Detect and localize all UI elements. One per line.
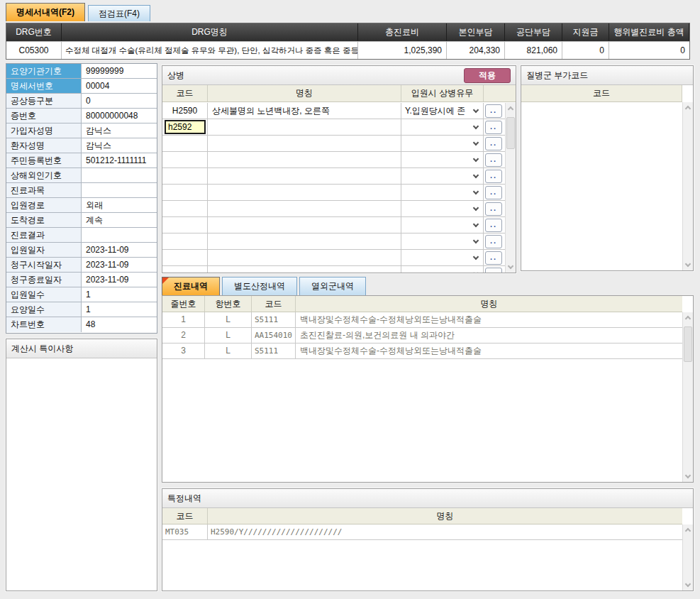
disease-name-cell: 상세불명의 노년백내장, 오른쪽	[208, 103, 401, 119]
treatment-scrollbar[interactable]	[682, 312, 693, 482]
disease-code-cell[interactable]	[162, 136, 208, 151]
field-label: 입원일자	[6, 243, 82, 257]
browse-button[interactable]: ..	[485, 186, 502, 199]
disease-code-cell[interactable]	[162, 168, 208, 184]
field-value[interactable]: 48	[82, 317, 157, 332]
treatment-cell: S5111	[252, 344, 296, 358]
field-value[interactable]: 2023-11-09	[82, 258, 157, 272]
addon-scrollbar[interactable]	[682, 102, 693, 270]
disease-browse-cell: ..	[484, 152, 504, 167]
disease-code-input[interactable]	[165, 120, 206, 134]
browse-button[interactable]: ..	[485, 170, 502, 183]
disease-code-cell[interactable]: H2590	[162, 103, 208, 119]
patient-info-row: 요양일수1	[6, 302, 157, 317]
onset-dropdown[interactable]	[401, 152, 484, 167]
scroll-up-icon[interactable]	[685, 528, 691, 534]
disease-code-cell[interactable]	[162, 201, 208, 216]
scroll-down-icon[interactable]	[685, 581, 691, 587]
browse-button[interactable]: ..	[485, 121, 502, 134]
scroll-up-icon[interactable]	[685, 106, 691, 111]
field-value[interactable]: 외래	[82, 198, 157, 212]
disease-code-cell[interactable]	[162, 250, 208, 265]
treatment-cell: 2	[162, 328, 205, 343]
field-value[interactable]: 감닉스	[82, 123, 157, 138]
patient-info-row: 차트번호48	[6, 317, 157, 332]
field-value[interactable]: 1	[82, 302, 157, 317]
treatment-cell: L	[205, 328, 252, 343]
onset-dropdown[interactable]	[401, 217, 484, 233]
field-label: 청구시작일자	[6, 258, 82, 272]
disease-code-cell[interactable]	[162, 233, 208, 249]
patient-info-row: 입원일수1	[6, 287, 157, 302]
field-value[interactable]: 감닉스	[82, 138, 157, 153]
scroll-thumb[interactable]	[506, 117, 515, 149]
special-scrollbar[interactable]	[682, 524, 693, 590]
treatment-row[interactable]: 3LS5111백내장및수정체수술-수정체낭외또는낭내적출술	[162, 344, 682, 359]
field-value[interactable]: 80000000048	[82, 109, 157, 123]
disease-code-cell[interactable]	[162, 266, 208, 273]
onset-dropdown[interactable]	[401, 119, 484, 135]
browse-button[interactable]: ..	[485, 268, 502, 273]
item-number-header: 항번호	[205, 296, 252, 312]
disease-code-cell[interactable]	[162, 119, 208, 135]
onset-dropdown[interactable]	[401, 168, 484, 184]
chevron-down-icon	[473, 140, 479, 145]
field-value[interactable]	[82, 168, 157, 182]
field-value[interactable]: 0	[82, 94, 157, 108]
scroll-down-icon[interactable]	[685, 473, 691, 478]
browse-button[interactable]: ..	[485, 235, 502, 248]
treatment-cell: AA154010	[252, 328, 296, 343]
browse-button[interactable]: ..	[485, 104, 502, 118]
disease-code-cell[interactable]	[162, 185, 208, 200]
tab-checklist[interactable]: 점검표(F4)	[88, 5, 150, 21]
chevron-down-icon	[473, 205, 479, 211]
tab-treatment-detail[interactable]: 진료내역	[162, 277, 220, 295]
field-value[interactable]: 2023-11-09	[82, 273, 157, 287]
field-value[interactable]: 00004	[82, 79, 157, 93]
browse-button[interactable]: ..	[485, 153, 502, 167]
apply-button[interactable]: 적용	[464, 68, 511, 83]
treatment-tab-bar: 진료내역 별도산정내역 열외군내역	[162, 275, 694, 295]
field-value[interactable]: 1	[82, 287, 157, 302]
onset-dropdown[interactable]	[401, 185, 484, 200]
browse-button[interactable]: ..	[485, 137, 502, 150]
onset-dropdown[interactable]	[401, 136, 484, 151]
disease-code-cell[interactable]	[162, 152, 208, 167]
browse-button[interactable]: ..	[485, 202, 502, 216]
disease-name-cell	[208, 250, 401, 265]
field-value[interactable]: 501212-1111111	[82, 153, 157, 167]
field-value[interactable]	[82, 228, 157, 242]
tab-statement-detail[interactable]: 명세서내역(F2)	[6, 3, 85, 21]
special-row[interactable]: MT035H2590/Y/////////////////////	[162, 524, 682, 540]
scroll-thumb[interactable]	[684, 326, 692, 362]
addon-code-body[interactable]	[521, 102, 682, 270]
scroll-up-icon[interactable]	[508, 106, 513, 112]
onset-dropdown[interactable]	[401, 250, 484, 265]
onset-dropdown[interactable]: Y.입원당시에 존	[401, 103, 484, 119]
field-value[interactable]: 2023-11-09	[82, 243, 157, 257]
scroll-down-icon[interactable]	[685, 261, 691, 267]
onset-dropdown[interactable]	[401, 266, 484, 273]
patient-info-row: 가입자성명감닉스	[6, 123, 157, 138]
chevron-down-icon	[473, 123, 479, 129]
disease-title-label: 상병	[167, 70, 184, 80]
calc-note-body[interactable]	[6, 358, 157, 590]
disease-code-cell[interactable]	[162, 217, 208, 233]
onset-dropdown[interactable]	[401, 233, 484, 249]
disease-scrollbar[interactable]	[505, 103, 516, 273]
browse-button[interactable]: ..	[485, 219, 502, 232]
field-value[interactable]: 계속	[82, 213, 157, 227]
field-label: 도착경로	[6, 213, 82, 227]
tab-outlier[interactable]: 열외군내역	[299, 277, 366, 295]
total-fee-header: 총진료비	[358, 23, 447, 41]
scroll-up-icon[interactable]	[685, 316, 691, 322]
self-pay-value: 204,330	[447, 41, 505, 59]
field-value[interactable]	[82, 183, 157, 197]
scroll-down-icon[interactable]	[508, 263, 513, 269]
field-value[interactable]: 99999999	[82, 64, 157, 78]
treatment-row[interactable]: 1LS5111백내장및수정체수술-수정체낭외또는낭내적출술	[162, 312, 682, 328]
tab-separate-calc[interactable]: 별도산정내역	[222, 277, 297, 295]
onset-dropdown[interactable]	[401, 201, 484, 216]
browse-button[interactable]: ..	[485, 251, 502, 265]
treatment-row[interactable]: 2LAA154010초진진찰료-의원,보건의료원 내 의과야간	[162, 328, 682, 344]
